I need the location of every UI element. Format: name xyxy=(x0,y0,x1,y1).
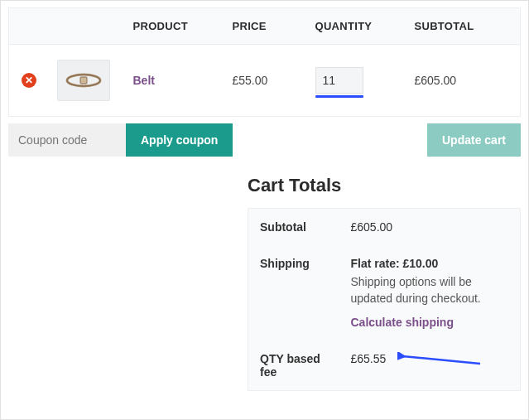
remove-item-button[interactable]: ✕ xyxy=(22,73,36,88)
shipping-note: Shipping options will be updated during … xyxy=(351,273,509,307)
close-icon: ✕ xyxy=(25,75,33,85)
quantity-underline xyxy=(315,95,363,98)
apply-coupon-button[interactable]: Apply coupon xyxy=(126,123,233,157)
fee-label: QTY based fee xyxy=(248,340,339,391)
shipping-label: Shipping xyxy=(248,245,339,340)
totals-row-subtotal: Subtotal £605.00 xyxy=(248,209,521,246)
header-subtotal: SUBTOTAL xyxy=(406,8,521,45)
cart-totals-heading: Cart Totals xyxy=(248,175,521,196)
coupon-code-input[interactable] xyxy=(8,123,126,157)
calculate-shipping-link[interactable]: Calculate shipping xyxy=(351,316,509,329)
product-thumbnail[interactable] xyxy=(57,60,110,101)
belt-icon xyxy=(64,68,103,93)
quantity-input[interactable] xyxy=(315,67,363,94)
subtotal-label: Subtotal xyxy=(248,209,339,246)
header-price: PRICE xyxy=(224,8,307,45)
cart-actions: Apply coupon Update cart xyxy=(8,123,521,157)
product-subtotal: £605.00 xyxy=(406,45,521,117)
svg-line-3 xyxy=(402,356,480,364)
shipping-flat-rate: Flat rate: £10.00 xyxy=(351,257,509,270)
cart-totals-table: Subtotal £605.00 Shipping Flat rate: £10… xyxy=(248,208,521,391)
cart-table: PRODUCT PRICE QUANTITY SUBTOTAL ✕ xyxy=(8,7,521,117)
col-thumb xyxy=(49,8,125,45)
subtotal-value: £605.00 xyxy=(339,209,521,246)
header-product: PRODUCT xyxy=(125,8,224,45)
cart-totals-section: Cart Totals Subtotal £605.00 Shipping Fl… xyxy=(1,175,521,391)
product-name-link[interactable]: Belt xyxy=(133,74,155,87)
table-row: ✕ Belt £55.00 xyxy=(9,45,521,117)
totals-row-shipping: Shipping Flat rate: £10.00 Shipping opti… xyxy=(248,245,521,340)
update-cart-button[interactable]: Update cart xyxy=(427,123,521,157)
header-quantity: QUANTITY xyxy=(307,8,406,45)
svg-rect-2 xyxy=(80,77,87,84)
product-price: £55.00 xyxy=(224,45,307,117)
totals-row-fee: QTY based fee £65.55 xyxy=(248,340,521,391)
annotation-arrow-icon xyxy=(397,352,488,369)
fee-value: £65.55 xyxy=(351,352,387,365)
quantity-stepper[interactable] xyxy=(315,67,363,94)
col-remove xyxy=(9,8,49,45)
